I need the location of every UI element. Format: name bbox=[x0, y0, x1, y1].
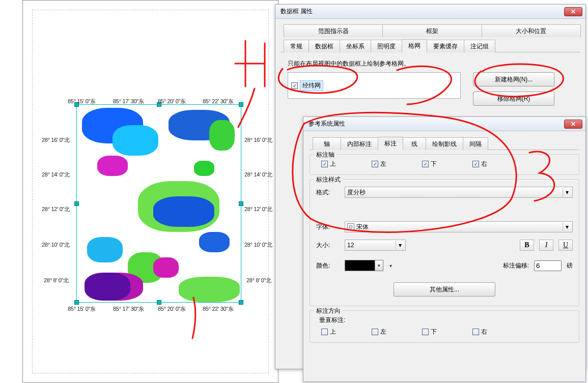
tab-labels[interactable]: 标注 bbox=[378, 137, 403, 150]
lon-label: 85° 20' 0"东 bbox=[158, 98, 186, 105]
close-icon[interactable]: ✕ bbox=[564, 120, 582, 129]
grids-panel: 只能在布局视图中的数据框上绘制参考格网。 ✓ 经纬网 新建格网(N)... 移除… bbox=[281, 52, 580, 111]
chk-v-right[interactable]: 右 bbox=[472, 328, 487, 336]
chk-right[interactable]: ✓右 bbox=[472, 160, 487, 168]
lat-label: 28° 14' 0"北 bbox=[244, 171, 272, 179]
color-picker[interactable]: ▾ bbox=[345, 260, 383, 271]
lon-label: 85° 20' 0"东 bbox=[158, 305, 186, 313]
chk-v-left[interactable]: 左 bbox=[372, 328, 386, 336]
tab-frame[interactable]: 框架 bbox=[382, 24, 482, 37]
tab-annotation-groups[interactable]: 注记组 bbox=[464, 40, 495, 52]
chk-bottom[interactable]: ✓下 bbox=[422, 160, 437, 168]
font-label: 字体: bbox=[316, 223, 340, 231]
tab-data-frame[interactable]: 数据框 bbox=[309, 40, 340, 52]
group-legend: 标注轴 bbox=[314, 151, 337, 159]
tab-lines[interactable]: 线 bbox=[403, 137, 426, 150]
tab-hatching[interactable]: 绘制影线 bbox=[426, 137, 463, 150]
other-properties-button[interactable]: 其他属性... bbox=[394, 282, 495, 297]
tab-extent-indicator[interactable]: 范围指示器 bbox=[284, 24, 383, 37]
grids-hint: 只能在布局视图中的数据框上绘制参考格网。 bbox=[288, 60, 573, 68]
tab-size-position[interactable]: 大小和位置 bbox=[482, 24, 581, 37]
grid-list-item[interactable]: ✓ 经纬网 bbox=[291, 80, 323, 91]
dlg-titlebar[interactable]: 参考系统属性 ✕ bbox=[303, 117, 585, 131]
format-select[interactable]: 度分秒 ▾ bbox=[345, 187, 573, 198]
color-label: 颜色: bbox=[316, 261, 340, 270]
lon-label: 85° 15' 0"东 bbox=[68, 305, 96, 313]
lat-label: 28° 8' 0"北 bbox=[246, 277, 271, 284]
grid-item-label: 经纬网 bbox=[300, 80, 323, 91]
chevron-down-icon: ▾ bbox=[563, 188, 571, 196]
chk-left[interactable]: ✓左 bbox=[372, 160, 386, 168]
grp-label-style: 标注样式 格式: 度分秒 ▾ 字体: O宋体 ▾ 大小: 12 ▾ bbox=[310, 179, 579, 306]
lat-label: 28° 8' 0"北 bbox=[44, 277, 69, 284]
new-grid-button[interactable]: 新建格网(N)... bbox=[473, 72, 554, 86]
remove-grid-button[interactable]: 移除格网(R) bbox=[473, 92, 554, 106]
lon-label: 85° 15' 0"东 bbox=[68, 98, 96, 105]
property-tab-row-2: 常规 数据框 坐标系 照明度 格网 要素缓存 注记组 bbox=[281, 39, 580, 52]
tab-axis[interactable]: 轴 bbox=[313, 137, 341, 150]
format-label: 格式: bbox=[316, 188, 340, 197]
chk-v-bottom[interactable]: 下 bbox=[422, 328, 437, 336]
chk-v-top[interactable]: 上 bbox=[321, 328, 336, 336]
tab-illumination[interactable]: 照明度 bbox=[371, 40, 402, 52]
lon-label: 85° 22' 30"东 bbox=[203, 98, 234, 105]
group-legend: 标注方向 bbox=[314, 307, 343, 315]
dlg-titlebar[interactable]: 数据框 属性 ✕ bbox=[275, 5, 585, 19]
offset-unit: 磅 bbox=[567, 261, 573, 270]
size-label: 大小: bbox=[316, 241, 340, 250]
offset-label: 标注偏移: bbox=[503, 261, 529, 270]
chevron-down-icon: ▾ bbox=[563, 223, 571, 231]
tab-intervals[interactable]: 间隔 bbox=[463, 137, 488, 150]
close-icon[interactable]: ✕ bbox=[564, 7, 582, 16]
font-select[interactable]: O宋体 ▾ bbox=[345, 221, 573, 232]
lat-label: 28° 10' 0"北 bbox=[244, 241, 272, 249]
offset-input[interactable] bbox=[534, 260, 562, 271]
lat-label: 28° 16' 0"北 bbox=[42, 136, 70, 144]
lon-label: 85° 17' 30"东 bbox=[113, 305, 144, 313]
lat-label: 28° 12' 0"北 bbox=[42, 205, 70, 213]
tab-interior-labels[interactable]: 内部标注 bbox=[341, 137, 378, 150]
dlg-title-text: 参考系统属性 bbox=[309, 120, 345, 128]
tab-grids[interactable]: 格网 bbox=[402, 39, 427, 52]
lat-label: 28° 12' 0"北 bbox=[244, 205, 272, 213]
vertical-label-sub: 垂直标注: bbox=[316, 316, 573, 325]
chk-top[interactable]: ✓上 bbox=[321, 160, 336, 168]
lon-label: 85° 17' 30"东 bbox=[113, 98, 144, 105]
ref-tabs: 轴 内部标注 标注 线 绘制影线 间隔 bbox=[310, 136, 579, 150]
tab-coord-system[interactable]: 坐标系 bbox=[340, 40, 371, 52]
italic-button[interactable]: I bbox=[539, 240, 553, 251]
grp-label-orientation: 标注方向 垂直标注: 上 左 下 右 bbox=[310, 310, 579, 343]
underline-button[interactable]: U bbox=[558, 240, 573, 251]
lat-label: 28° 14' 0"北 bbox=[42, 171, 70, 179]
chevron-down-icon: ▾ bbox=[396, 241, 404, 249]
lon-label: 85° 22' 30"东 bbox=[203, 305, 234, 313]
property-tab-row-1: 范围指示器 框架 大小和位置 bbox=[281, 24, 580, 37]
map-data-frame[interactable] bbox=[76, 104, 241, 303]
lat-label: 28° 10' 0"北 bbox=[42, 241, 70, 249]
dlg-title-text: 数据框 属性 bbox=[281, 7, 313, 16]
tab-feature-cache[interactable]: 要素缓存 bbox=[427, 40, 464, 52]
grids-list[interactable]: ✓ 经纬网 bbox=[288, 72, 461, 99]
bold-button[interactable]: B bbox=[520, 240, 534, 251]
lat-label: 28° 16' 0"北 bbox=[244, 136, 272, 144]
dlg-reference-system: 参考系统属性 ✕ 轴 内部标注 标注 线 绘制影线 间隔 标注轴 ✓上 ✓左 ✓… bbox=[303, 116, 586, 382]
size-select[interactable]: 12 ▾ bbox=[345, 240, 406, 251]
grp-label-axes: 标注轴 ✓上 ✓左 ✓下 ✓右 bbox=[310, 154, 579, 175]
tab-general[interactable]: 常规 bbox=[284, 40, 309, 52]
group-legend: 标注样式 bbox=[314, 175, 343, 184]
